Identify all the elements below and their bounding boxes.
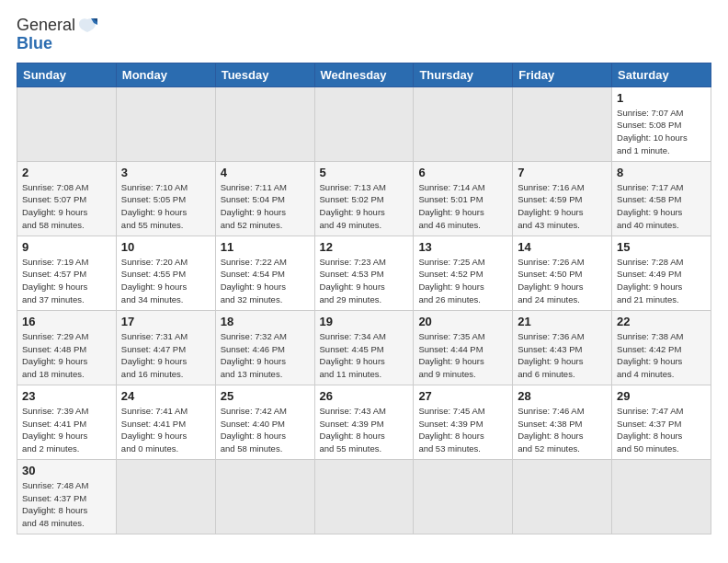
week-row-5: 30Sunrise: 7:48 AM Sunset: 4:37 PM Dayli… — [17, 459, 711, 534]
calendar-cell — [314, 86, 414, 161]
day-number: 27 — [418, 389, 507, 403]
day-number: 11 — [221, 240, 310, 254]
logo-container: General Blue — [17, 17, 97, 53]
day-info: Sunrise: 7:46 AM Sunset: 4:38 PM Dayligh… — [518, 405, 607, 455]
week-row-3: 16Sunrise: 7:29 AM Sunset: 4:48 PM Dayli… — [17, 310, 711, 385]
calendar-cell — [215, 86, 314, 161]
page: General Blue SundayMondayTuesdayWednesda… — [0, 0, 728, 544]
day-info: Sunrise: 7:17 AM Sunset: 4:58 PM Dayligh… — [617, 181, 706, 232]
calendar-cell — [314, 459, 414, 534]
day-info: Sunrise: 7:25 AM Sunset: 4:52 PM Dayligh… — [418, 256, 507, 306]
calendar-cell: 19Sunrise: 7:34 AM Sunset: 4:45 PM Dayli… — [314, 310, 414, 385]
day-info: Sunrise: 7:41 AM Sunset: 4:41 PM Dayligh… — [121, 405, 210, 455]
calendar-cell: 5Sunrise: 7:13 AM Sunset: 5:02 PM Daylig… — [314, 161, 414, 236]
day-number: 24 — [121, 389, 210, 403]
calendar-cell — [116, 86, 215, 161]
logo: General Blue — [17, 17, 97, 53]
day-number: 14 — [518, 240, 607, 254]
weekday-header-sunday: Sunday — [17, 63, 117, 86]
calendar-cell — [215, 459, 314, 534]
day-info: Sunrise: 7:07 AM Sunset: 5:08 PM Dayligh… — [617, 107, 706, 157]
day-info: Sunrise: 7:47 AM Sunset: 4:37 PM Dayligh… — [617, 405, 706, 455]
day-info: Sunrise: 7:38 AM Sunset: 4:42 PM Dayligh… — [617, 330, 706, 381]
day-number: 3 — [121, 166, 210, 179]
calendar-cell: 10Sunrise: 7:20 AM Sunset: 4:55 PM Dayli… — [116, 236, 215, 310]
day-info: Sunrise: 7:43 AM Sunset: 4:39 PM Dayligh… — [320, 405, 409, 455]
calendar-cell — [414, 459, 513, 534]
day-info: Sunrise: 7:28 AM Sunset: 4:49 PM Dayligh… — [617, 256, 706, 306]
calendar-cell: 23Sunrise: 7:39 AM Sunset: 4:41 PM Dayli… — [17, 385, 117, 459]
weekday-header-friday: Friday — [513, 63, 612, 86]
calendar-cell: 24Sunrise: 7:41 AM Sunset: 4:41 PM Dayli… — [116, 385, 215, 459]
day-info: Sunrise: 7:13 AM Sunset: 5:02 PM Dayligh… — [320, 181, 409, 232]
day-number: 23 — [22, 389, 111, 403]
day-number: 22 — [617, 315, 706, 328]
calendar-cell: 30Sunrise: 7:48 AM Sunset: 4:37 PM Dayli… — [17, 459, 117, 534]
calendar-cell: 26Sunrise: 7:43 AM Sunset: 4:39 PM Dayli… — [314, 385, 414, 459]
day-number: 1 — [617, 91, 706, 105]
weekday-header-row: SundayMondayTuesdayWednesdayThursdayFrid… — [17, 63, 711, 86]
calendar-cell: 18Sunrise: 7:32 AM Sunset: 4:46 PM Dayli… — [215, 310, 314, 385]
calendar-cell: 4Sunrise: 7:11 AM Sunset: 5:04 PM Daylig… — [215, 161, 314, 236]
day-info: Sunrise: 7:45 AM Sunset: 4:39 PM Dayligh… — [418, 405, 507, 455]
calendar-cell — [116, 459, 215, 534]
calendar-cell: 6Sunrise: 7:14 AM Sunset: 5:01 PM Daylig… — [414, 161, 513, 236]
day-number: 30 — [22, 464, 111, 477]
weekday-header-tuesday: Tuesday — [215, 63, 314, 86]
calendar-cell — [513, 86, 612, 161]
day-info: Sunrise: 7:48 AM Sunset: 4:37 PM Dayligh… — [22, 479, 111, 530]
day-number: 9 — [22, 240, 111, 254]
day-info: Sunrise: 7:10 AM Sunset: 5:05 PM Dayligh… — [121, 181, 210, 232]
calendar-cell — [17, 86, 117, 161]
calendar-cell: 29Sunrise: 7:47 AM Sunset: 4:37 PM Dayli… — [612, 385, 711, 459]
calendar-cell: 9Sunrise: 7:19 AM Sunset: 4:57 PM Daylig… — [17, 236, 117, 310]
day-info: Sunrise: 7:32 AM Sunset: 4:46 PM Dayligh… — [221, 330, 310, 381]
week-row-4: 23Sunrise: 7:39 AM Sunset: 4:41 PM Dayli… — [17, 385, 711, 459]
calendar-cell: 21Sunrise: 7:36 AM Sunset: 4:43 PM Dayli… — [513, 310, 612, 385]
calendar-cell — [513, 459, 612, 534]
day-number: 6 — [418, 166, 507, 179]
calendar-cell: 20Sunrise: 7:35 AM Sunset: 4:44 PM Dayli… — [414, 310, 513, 385]
logo-general: General — [17, 17, 75, 35]
day-info: Sunrise: 7:35 AM Sunset: 4:44 PM Dayligh… — [418, 330, 507, 381]
day-info: Sunrise: 7:20 AM Sunset: 4:55 PM Dayligh… — [121, 256, 210, 306]
weekday-header-saturday: Saturday — [612, 63, 711, 86]
day-number: 2 — [22, 166, 111, 179]
day-number: 26 — [320, 389, 409, 403]
calendar-cell: 16Sunrise: 7:29 AM Sunset: 4:48 PM Dayli… — [17, 310, 117, 385]
day-number: 29 — [617, 389, 706, 403]
calendar-cell: 22Sunrise: 7:38 AM Sunset: 4:42 PM Dayli… — [612, 310, 711, 385]
day-number: 12 — [320, 240, 409, 254]
day-number: 4 — [221, 166, 310, 179]
day-number: 20 — [418, 315, 507, 328]
calendar-cell: 1Sunrise: 7:07 AM Sunset: 5:08 PM Daylig… — [612, 86, 711, 161]
day-info: Sunrise: 7:08 AM Sunset: 5:07 PM Dayligh… — [22, 181, 111, 232]
day-info: Sunrise: 7:23 AM Sunset: 4:53 PM Dayligh… — [320, 256, 409, 306]
day-info: Sunrise: 7:29 AM Sunset: 4:48 PM Dayligh… — [22, 330, 111, 381]
weekday-header-wednesday: Wednesday — [314, 63, 414, 86]
day-number: 28 — [518, 389, 607, 403]
calendar-cell: 8Sunrise: 7:17 AM Sunset: 4:58 PM Daylig… — [612, 161, 711, 236]
calendar-cell: 12Sunrise: 7:23 AM Sunset: 4:53 PM Dayli… — [314, 236, 414, 310]
calendar-cell: 14Sunrise: 7:26 AM Sunset: 4:50 PM Dayli… — [513, 236, 612, 310]
day-info: Sunrise: 7:39 AM Sunset: 4:41 PM Dayligh… — [22, 405, 111, 455]
day-info: Sunrise: 7:31 AM Sunset: 4:47 PM Dayligh… — [121, 330, 210, 381]
day-info: Sunrise: 7:36 AM Sunset: 4:43 PM Dayligh… — [518, 330, 607, 381]
day-info: Sunrise: 7:34 AM Sunset: 4:45 PM Dayligh… — [320, 330, 409, 381]
calendar-cell — [612, 459, 711, 534]
calendar-cell — [414, 86, 513, 161]
calendar: SundayMondayTuesdayWednesdayThursdayFrid… — [17, 63, 711, 534]
day-info: Sunrise: 7:42 AM Sunset: 4:40 PM Dayligh… — [221, 405, 310, 455]
day-number: 18 — [221, 315, 310, 328]
day-number: 25 — [221, 389, 310, 403]
day-number: 7 — [518, 166, 607, 179]
calendar-cell: 17Sunrise: 7:31 AM Sunset: 4:47 PM Dayli… — [116, 310, 215, 385]
day-number: 13 — [418, 240, 507, 254]
calendar-cell: 15Sunrise: 7:28 AM Sunset: 4:49 PM Dayli… — [612, 236, 711, 310]
day-info: Sunrise: 7:11 AM Sunset: 5:04 PM Dayligh… — [221, 181, 310, 232]
week-row-1: 2Sunrise: 7:08 AM Sunset: 5:07 PM Daylig… — [17, 161, 711, 236]
header: General Blue — [17, 17, 711, 53]
calendar-cell: 25Sunrise: 7:42 AM Sunset: 4:40 PM Dayli… — [215, 385, 314, 459]
calendar-cell: 11Sunrise: 7:22 AM Sunset: 4:54 PM Dayli… — [215, 236, 314, 310]
week-row-2: 9Sunrise: 7:19 AM Sunset: 4:57 PM Daylig… — [17, 236, 711, 310]
